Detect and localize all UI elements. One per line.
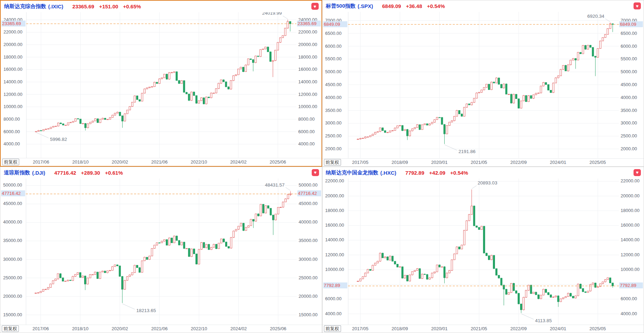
plot-area[interactable]: 24019.995996.82 — [26, 12, 296, 158]
candle-body — [253, 219, 254, 221]
x-tick-label: 2025/05 — [590, 326, 606, 331]
y-tick-label: 16000.00 — [3, 67, 22, 72]
current-price-label: 7792.89 — [323, 282, 347, 288]
y-tick-label: 6000.00 — [325, 296, 342, 301]
candle-body — [119, 112, 121, 116]
adjust-mode-button[interactable]: 前复权 — [324, 159, 341, 166]
candle-body — [538, 93, 539, 93]
extreme-value-annotation: 5996.82 — [50, 137, 67, 142]
candle-body — [67, 123, 69, 125]
y-tick-label: 4000.00 — [621, 95, 637, 100]
candle-body — [84, 276, 86, 284]
candle-body — [449, 270, 450, 273]
chart-panel-hxc[interactable]: 纳斯达克中国金龙指数 (.HXC) 7792.89 +42.09 +0.54% … — [322, 167, 644, 333]
chart-body: 50000.0045000.0040000.0035000.0030000.00… — [0, 179, 322, 325]
favorite-heart-button-spx[interactable]: ♥ — [634, 2, 641, 9]
candle-body — [612, 283, 613, 286]
candle-body — [117, 112, 118, 113]
candle-body — [188, 94, 190, 100]
candle-body — [597, 48, 599, 57]
candle-body — [42, 289, 44, 292]
candle-body — [191, 92, 192, 100]
candle-body — [72, 276, 74, 280]
candle-body — [267, 47, 269, 52]
candle-body — [416, 268, 418, 270]
candle-body — [495, 78, 497, 83]
candle-body — [434, 272, 435, 273]
candle-body — [453, 254, 455, 260]
favorite-heart-button-ixic[interactable]: ♥ — [311, 3, 319, 10]
candle-body — [535, 93, 537, 94]
candle-body — [478, 92, 480, 93]
candle-body — [206, 244, 207, 248]
favorite-heart-button-dji[interactable]: ♥ — [312, 169, 319, 176]
candle-body — [545, 289, 547, 293]
plot-area[interactable]: 20893.034113.85 — [348, 179, 619, 325]
candle-body — [161, 241, 163, 243]
plot-area[interactable]: 48431.5718213.65 — [26, 179, 297, 325]
adjust-mode-button[interactable]: 前复权 — [2, 159, 19, 165]
candle-body — [94, 272, 96, 274]
chart-panel-ixic[interactable]: 纳斯达克综合指数 (.IXIC) 23365.69 +151.00 +0.65%… — [0, 0, 322, 167]
candle-body — [232, 76, 234, 81]
y-tick-label: 14000.00 — [325, 237, 344, 242]
candle-body — [555, 296, 556, 297]
x-tick-label: 2021/06 — [151, 159, 168, 165]
chart-panel-dji[interactable]: 道琼斯指数 (.DJI) 47716.42 +289.30 +0.61% ♥ 5… — [0, 167, 322, 333]
candle-body — [458, 111, 460, 114]
candle-body — [144, 257, 146, 260]
candle-body — [183, 81, 185, 92]
candle-body — [225, 82, 227, 87]
index-title: 纳斯达克中国金龙指数 — [326, 169, 378, 176]
candle-body — [149, 87, 150, 88]
candle-body — [409, 131, 410, 136]
candle-body — [191, 249, 192, 256]
x-tick-label: 2022/09 — [510, 326, 527, 331]
candle-body — [104, 271, 106, 273]
candle-body — [594, 56, 596, 57]
candle-body — [379, 128, 381, 131]
chart-panel-spx[interactable]: 标普500指数 (.SPX) 6849.09 +36.48 +0.54% ♥ 7… — [322, 0, 644, 167]
y-tick-label: 16000.00 — [325, 222, 344, 228]
plot-area[interactable]: 6920.342191.86 — [348, 12, 619, 158]
y-tick-label: 6500.00 — [621, 31, 637, 36]
candle-body — [443, 266, 445, 278]
y-tick-label: 3500.00 — [325, 108, 342, 113]
candle-body — [201, 242, 202, 249]
candle-body — [210, 247, 212, 250]
candle-body — [70, 122, 72, 123]
candle-body — [490, 255, 492, 260]
candle-body — [141, 93, 143, 101]
adjust-mode-button[interactable]: 前复权 — [324, 325, 341, 332]
candle-body — [280, 207, 282, 207]
x-tick-label: 2020/02 — [112, 326, 128, 331]
candle-body — [289, 22, 291, 24]
candle-body — [121, 276, 123, 289]
favorite-heart-button-hxc[interactable]: ♥ — [634, 169, 641, 176]
current-price-label: 47716.42 — [1, 190, 25, 196]
extreme-value-annotation: 20893.03 — [478, 180, 497, 186]
adjust-mode-button[interactable]: 前复权 — [2, 325, 19, 332]
candle-body — [602, 38, 604, 41]
candle-body — [500, 278, 502, 285]
candle-body — [166, 240, 168, 245]
candle-body — [547, 84, 549, 90]
candle-body — [394, 261, 396, 264]
candle-body — [436, 265, 438, 272]
candle-body — [449, 122, 450, 126]
candle-body — [220, 239, 222, 243]
candle-body — [493, 255, 495, 268]
candle-body — [592, 47, 594, 56]
y-tick-label: 20000.00 — [299, 294, 318, 299]
candle-body — [538, 295, 539, 299]
y-tick-label: 6000.00 — [621, 44, 637, 49]
candle-body — [47, 129, 49, 129]
y-tick-label: 14000.00 — [3, 79, 22, 84]
candle-body — [240, 67, 242, 69]
candle-body — [243, 67, 244, 72]
candle-body — [186, 92, 187, 94]
candle-body — [570, 60, 571, 65]
candle-body — [245, 227, 247, 230]
annotation-pointer — [472, 186, 476, 189]
candle-body — [607, 29, 608, 35]
